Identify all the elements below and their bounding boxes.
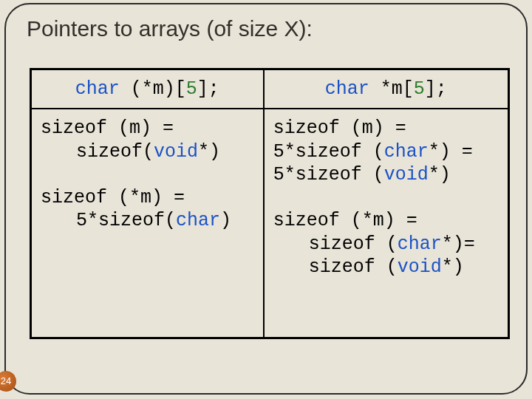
decl-right: char *m[5]; <box>325 78 447 100</box>
slide-title: Pointers to arrays (of size X): <box>27 16 313 41</box>
code-left: sizeof (m) = sizeof(void*) sizeof (*m) =… <box>41 117 254 232</box>
header-cell-left: char (*m)[5]; <box>31 69 264 109</box>
decl-left: char (*m)[5]; <box>75 78 219 100</box>
body-cell-right: sizeof (m) = 5*sizeof (char*) = 5*sizeof… <box>264 109 509 338</box>
table-body-row: sizeof (m) = sizeof(void*) sizeof (*m) =… <box>31 109 509 338</box>
table-header-row: char (*m)[5]; char *m[5]; <box>31 69 509 109</box>
code-table: char (*m)[5]; char *m[5]; sizeof (m) = s… <box>30 68 510 339</box>
header-cell-right: char *m[5]; <box>264 69 509 109</box>
code-right: sizeof (m) = 5*sizeof (char*) = 5*sizeof… <box>273 117 499 279</box>
body-cell-left: sizeof (m) = sizeof(void*) sizeof (*m) =… <box>31 109 264 338</box>
slide-frame: Pointers to arrays (of size X): char (*m… <box>4 3 528 395</box>
